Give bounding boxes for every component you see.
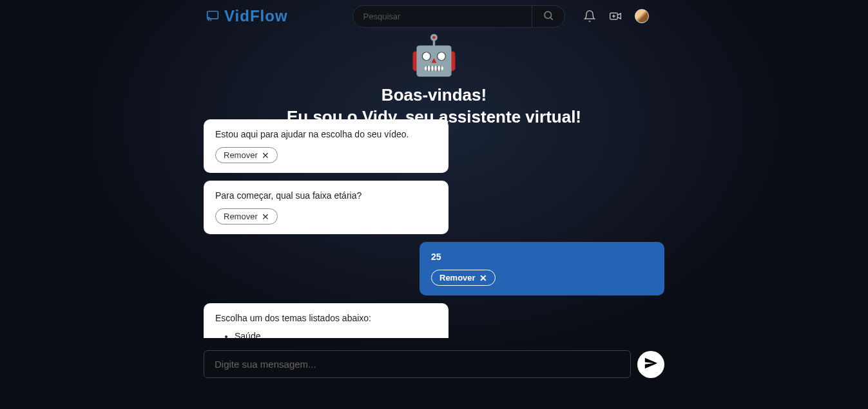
- message-text: Para começar, qual sua faixa etária?: [215, 190, 437, 201]
- remove-label: Remover: [224, 212, 258, 221]
- message-input[interactable]: [204, 350, 631, 378]
- remove-label: Remover: [224, 150, 258, 160]
- close-icon: ✕: [262, 151, 269, 160]
- remove-label: Remover: [439, 273, 476, 283]
- video-upload-icon[interactable]: [609, 10, 622, 23]
- message-text: Escolha um dos temas listados abaixo:: [215, 313, 437, 323]
- close-icon: ✕: [262, 212, 269, 221]
- topic-list: Saúde Viagem Economia Alimentação: [215, 331, 437, 338]
- message-text: Estou aqui para ajudar na escolha do seu…: [215, 129, 437, 139]
- list-item: Saúde: [235, 331, 437, 338]
- welcome-section: 🤖 Boas-vindas! Eu sou o Vidy, seu assist…: [0, 32, 868, 128]
- remove-button[interactable]: Remover ✕: [215, 147, 278, 163]
- header-icons: [583, 9, 649, 23]
- bot-message: Escolha um dos temas listados abaixo: Sa…: [204, 303, 448, 338]
- chat-area: Estou aqui para ajudar na escolha do seu…: [204, 119, 664, 338]
- remove-button[interactable]: Remover ✕: [431, 270, 496, 286]
- bot-message: Para começar, qual sua faixa etária? Rem…: [204, 181, 448, 234]
- logo[interactable]: VidFlow: [206, 7, 288, 25]
- send-icon: [644, 356, 658, 372]
- cast-icon: [206, 10, 219, 23]
- search-container: [352, 5, 565, 28]
- message-text: 25: [431, 252, 653, 262]
- svg-line-2: [550, 17, 553, 20]
- user-message: 25 Remover ✕: [420, 242, 664, 295]
- header: VidFlow: [0, 0, 868, 32]
- robot-icon: 🤖: [0, 32, 868, 78]
- bot-message: Estou aqui para ajudar na escolha do seu…: [204, 119, 448, 173]
- welcome-line1: Boas-vindas!: [0, 85, 868, 106]
- logo-text: VidFlow: [224, 7, 288, 25]
- send-button[interactable]: [637, 351, 664, 378]
- notification-icon[interactable]: [583, 10, 596, 23]
- svg-point-1: [545, 12, 552, 19]
- avatar[interactable]: [635, 9, 649, 23]
- remove-button[interactable]: Remover ✕: [215, 208, 278, 224]
- search-icon: [543, 10, 554, 23]
- input-bar: [204, 350, 664, 378]
- search-button[interactable]: [532, 5, 565, 28]
- search-input[interactable]: [352, 5, 532, 28]
- close-icon: ✕: [479, 274, 487, 283]
